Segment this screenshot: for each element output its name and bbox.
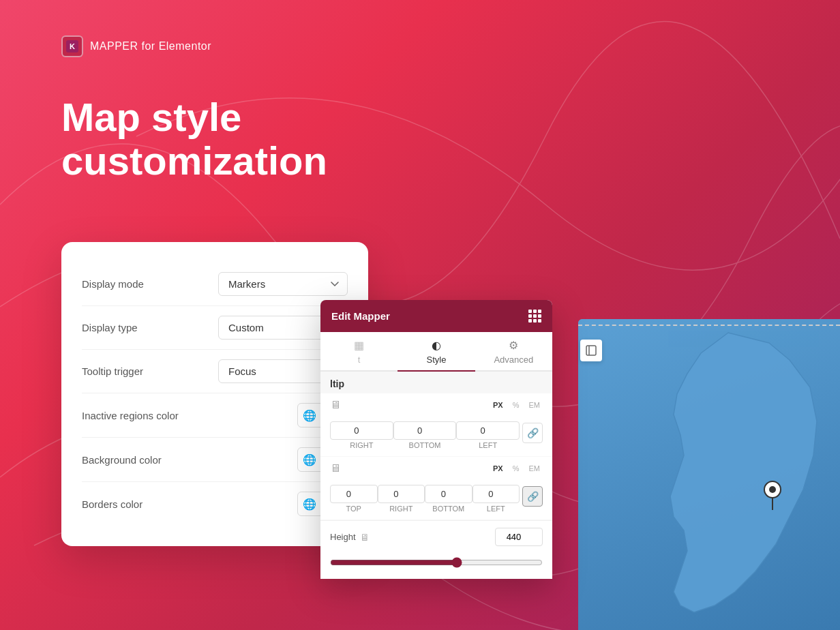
style-tab-icon: ◐ — [432, 339, 441, 352]
background-color-row: Background color 🌐 — [82, 438, 348, 482]
tab-content[interactable]: ▦ t — [320, 332, 397, 372]
padding-bottom-header-row: 🖥 PX % EM — [320, 457, 552, 480]
tab-style[interactable]: ◐ Style — [397, 332, 475, 372]
padding-right-col: RIGHT — [330, 421, 393, 449]
height-row: Height 🖥 — [320, 520, 552, 553]
svg-rect-2 — [586, 346, 596, 355]
padding-bottom-col: BOTTOM — [393, 421, 457, 449]
unit-px-2[interactable]: PX — [490, 463, 506, 474]
screen-icon-1: 🖥 — [330, 399, 341, 411]
style-tab-label: Style — [427, 355, 447, 365]
padding-right-label: RIGHT — [350, 441, 373, 449]
padding-section-top: 🖥 PX % EM RIGHT BOTTOM LEFT — [320, 393, 552, 456]
padding-right-val-col: RIGHT — [378, 485, 425, 513]
padding-left-col: LEFT — [456, 421, 520, 449]
padding-right-val-label: RIGHT — [389, 505, 412, 513]
tab-advanced[interactable]: ⚙ Advanced — [475, 332, 552, 372]
inactive-regions-color-label: Inactive regions color — [82, 410, 179, 421]
main-heading: Map style customization — [61, 95, 327, 183]
padding-left-val-label: LEFT — [487, 505, 505, 513]
unit-group-1: PX % EM — [346, 400, 543, 410]
tooltip-section-label: ltip — [320, 372, 552, 393]
edit-mapper-header: Edit Mapper — [320, 300, 552, 332]
slider-row — [320, 553, 552, 579]
map-preview-inner — [578, 319, 840, 630]
logo-icon: K — [61, 35, 83, 57]
sidebar-toggle-icon — [586, 345, 597, 356]
link-toggle-2[interactable]: 🔗 — [522, 486, 543, 507]
padding-top-val-col: TOP — [330, 485, 378, 513]
svg-point-5 — [769, 486, 776, 493]
display-mode-label: Display mode — [82, 278, 144, 290]
display-mode-row: Display mode Markers Heatmap Clusters — [82, 262, 348, 306]
padding-top-header-row: 🖥 PX % EM — [320, 393, 552, 417]
edit-mapper-tabs: ▦ t ◐ Style ⚙ Advanced — [320, 332, 552, 372]
padding-left-label: LEFT — [479, 441, 497, 449]
dashed-border — [578, 325, 840, 326]
svg-text:K: K — [70, 42, 75, 50]
display-mode-select[interactable]: Markers Heatmap Clusters — [218, 272, 348, 296]
logo-bar: K MAPPER for Elementor — [61, 35, 211, 57]
map-preview — [578, 319, 840, 630]
unit-pct-1[interactable]: % — [510, 400, 522, 410]
padding-right-val-input[interactable] — [378, 485, 425, 503]
logo-text: MAPPER for Elementor — [90, 40, 211, 52]
map-svg — [578, 319, 840, 630]
padding-bottom-val-col: BOTTOM — [425, 485, 472, 513]
padding-section-bottom: 🖥 PX % EM TOP RIGHT BOTTOM — [320, 457, 552, 520]
inactive-regions-color-row: Inactive regions color 🌐 — [82, 393, 348, 438]
edit-mapper-title: Edit Mapper — [331, 310, 390, 322]
tooltip-trigger-label: Tooltip trigger — [82, 365, 143, 377]
unit-group-2: PX % EM — [346, 463, 543, 474]
edit-mapper-panel: Edit Mapper ▦ t ◐ Style ⚙ Advanced ltip — [320, 300, 552, 579]
padding-right-input[interactable] — [330, 421, 393, 440]
borders-color-globe-button[interactable]: 🌐 — [297, 492, 322, 516]
background-color-globe-button[interactable]: 🌐 — [297, 447, 322, 472]
height-slider[interactable] — [330, 557, 543, 568]
borders-color-label: Borders color — [82, 498, 142, 510]
background-color-label: Background color — [82, 454, 162, 466]
unit-em-2[interactable]: EM — [526, 463, 543, 474]
padding-top-values-row: RIGHT BOTTOM LEFT 🔗 — [320, 417, 552, 456]
sidebar-icon-button[interactable] — [580, 340, 602, 361]
grid-icon[interactable] — [528, 310, 541, 322]
advanced-tab-icon: ⚙ — [509, 339, 518, 352]
link-toggle-1[interactable]: 🔗 — [522, 423, 543, 443]
unit-pct-2[interactable]: % — [510, 463, 522, 474]
inactive-regions-globe-button[interactable]: 🌐 — [297, 403, 322, 427]
height-label: Height 🖥 — [330, 532, 490, 543]
display-type-label: Display type — [82, 322, 138, 333]
padding-bottom-values-row: TOP RIGHT BOTTOM LEFT 🔗 — [320, 481, 552, 520]
height-input[interactable] — [495, 528, 543, 546]
content-tab-icon: ▦ — [354, 339, 364, 352]
padding-bottom-val-input[interactable] — [425, 485, 472, 503]
padding-top-val-label: TOP — [346, 505, 361, 513]
padding-top-val-input[interactable] — [330, 485, 378, 503]
borders-color-row: Borders color 🌐 — [82, 482, 348, 526]
padding-bottom-label: BOTTOM — [409, 441, 441, 449]
padding-left-val-col: LEFT — [472, 485, 520, 513]
content-tab-label: t — [358, 355, 361, 365]
padding-bottom-val-label: BOTTOM — [432, 505, 464, 513]
display-type-row: Display type Custom Default Satellite — [82, 306, 348, 350]
unit-px-1[interactable]: PX — [490, 400, 506, 410]
tooltip-trigger-row: Tooltip trigger Focus Click Hover — [82, 350, 348, 393]
padding-bottom-input[interactable] — [393, 421, 457, 440]
screen-icon-2: 🖥 — [330, 462, 341, 475]
padding-left-val-input[interactable] — [472, 485, 520, 503]
padding-left-input[interactable] — [456, 421, 520, 440]
height-screen-icon: 🖥 — [360, 532, 370, 543]
edit-mapper-content: ltip 🖥 PX % EM RIGHT BOTTOM — [320, 372, 552, 579]
unit-em-1[interactable]: EM — [526, 400, 543, 410]
advanced-tab-label: Advanced — [494, 355, 533, 365]
